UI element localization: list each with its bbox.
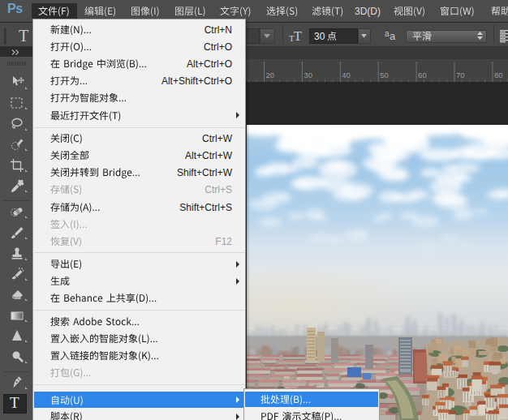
svg-text:50: 50: [380, 71, 389, 79]
svg-text:80: 80: [494, 71, 503, 79]
svg-text:70: 70: [456, 71, 465, 79]
svg-text:20: 20: [266, 71, 275, 79]
svg-text:40: 40: [342, 71, 351, 79]
svg-text:30: 30: [304, 71, 312, 79]
svg-text:60: 60: [418, 71, 427, 79]
